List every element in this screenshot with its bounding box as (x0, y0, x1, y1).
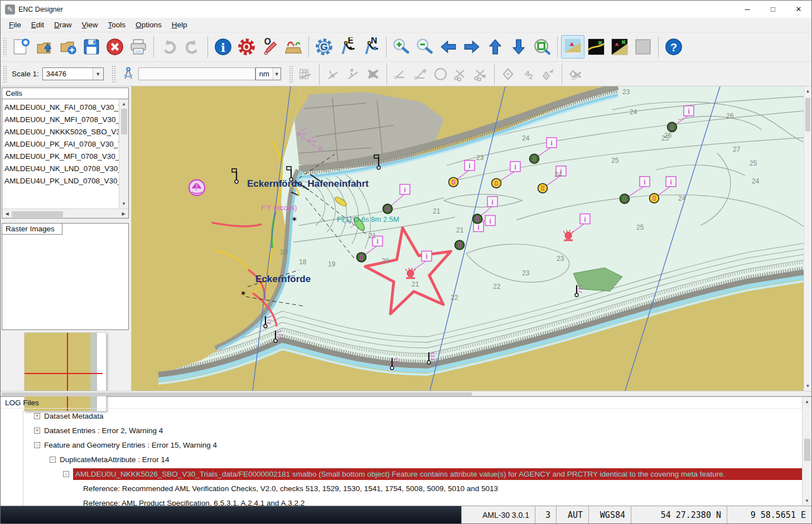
close-button[interactable]: ✕ (786, 1, 811, 18)
print-button[interactable] (127, 35, 150, 59)
cell-item[interactable]: AMLDEU4U_PK_LND_0708_V30_Trial (3, 174, 119, 187)
info-box-icon[interactable]: i (684, 106, 694, 116)
cell-item[interactable]: AMLDEU4U_NK_LND_0708_V30_Trial (3, 162, 119, 174)
log-error-row[interactable]: -AMLDEU0U_NKKK5026_SBO_V30_Trials_data/F… (1, 467, 802, 481)
scale-combobox[interactable]: 34476 ▼ (42, 67, 104, 80)
green-buoy-icon[interactable] (383, 204, 393, 214)
scroll-down-icon[interactable]: ▼ (803, 381, 812, 391)
vertex-move2-button[interactable] (343, 65, 363, 84)
menu-tools[interactable]: Tools (103, 19, 131, 31)
info-box-icon[interactable]: i (487, 197, 497, 207)
info-box-icon[interactable]: i (510, 162, 520, 172)
maximize-button[interactable]: □ (760, 1, 786, 18)
pan-left-button[interactable] (437, 35, 460, 59)
scroll-right-icon[interactable]: ▶ (119, 209, 128, 219)
distance-field[interactable] (138, 67, 255, 80)
log-horizontal-scrollbar[interactable] (1, 391, 811, 396)
log-vertical-scrollbar[interactable]: ▲ ▼ (802, 397, 811, 506)
scroll-down-icon[interactable]: ▼ (119, 199, 129, 208)
unit-combobox[interactable]: nm ▼ (255, 67, 281, 80)
nautical-chart[interactable]: iiiiiiiiiiiiii✶✶ 23242526272524252423212… (132, 86, 804, 391)
log-tree-row[interactable]: Reference: Recommended AML Verification … (1, 481, 802, 496)
view-dark-button[interactable] (584, 35, 608, 59)
edge-e-button[interactable]: E (336, 35, 359, 59)
scroll-up-icon[interactable]: ▲ (803, 397, 812, 406)
cut-button[interactable] (451, 65, 471, 84)
menu-edit[interactable]: Edit (26, 19, 49, 31)
chevron-down-icon[interactable]: ▼ (273, 68, 281, 80)
menu-view[interactable]: View (77, 19, 103, 31)
marina-icon[interactable] (189, 180, 205, 196)
menu-file[interactable]: File (4, 19, 26, 31)
expand-icon[interactable]: + (34, 413, 40, 419)
light-star-icon[interactable]: ✶ (291, 215, 298, 224)
view-mixed-button[interactable] (608, 35, 631, 59)
expand-icon[interactable]: + (34, 428, 40, 434)
settings-o-button[interactable]: O (235, 35, 258, 59)
open-folder-button[interactable] (33, 35, 56, 59)
info-box-icon[interactable]: i (666, 177, 676, 187)
pan-down-button[interactable] (507, 35, 530, 59)
info-box-icon[interactable]: i (640, 177, 650, 187)
raster-images-tab[interactable]: Raster Images (2, 224, 62, 235)
vertex-move-button[interactable] (323, 65, 343, 84)
toolbar-grip[interactable] (3, 65, 7, 82)
export-box-button[interactable] (282, 35, 305, 59)
info-box-icon[interactable]: i (400, 185, 410, 195)
minimize-button[interactable]: ─ (734, 1, 760, 18)
new-file-button[interactable] (9, 35, 33, 59)
log-tree-row[interactable]: -DuplicateMetaAttribute : Error 14 (1, 452, 802, 467)
collapse-icon[interactable]: - (50, 457, 56, 463)
light-star-icon[interactable]: ✶ (240, 289, 246, 298)
pan-up-button[interactable] (484, 35, 507, 59)
ellipse-tool-button[interactable] (431, 65, 451, 84)
help-button[interactable]: ? (662, 35, 685, 59)
info-box-icon[interactable]: i (547, 138, 557, 148)
green-buoy-icon[interactable] (530, 154, 539, 163)
chevron-down-icon[interactable]: ▼ (93, 68, 103, 80)
info-box-icon[interactable]: i (580, 214, 590, 224)
diamond-button[interactable] (498, 65, 518, 84)
draw-o-button[interactable]: O (258, 35, 282, 59)
zoom-in-button[interactable] (390, 35, 413, 59)
info-box-icon[interactable]: i (465, 161, 475, 171)
green-buoy-icon[interactable] (455, 240, 465, 250)
scroll-up-icon[interactable]: ▲ (803, 86, 812, 96)
view-plain-button[interactable] (631, 35, 655, 59)
close-file-button[interactable] (103, 35, 127, 59)
green-buoy-icon[interactable] (357, 253, 366, 262)
yellow-buoy-icon[interactable] (538, 183, 548, 193)
log-tree-row[interactable]: Reference: AML Product Specification, 6.… (1, 496, 802, 506)
cell-item[interactable]: AMLDEU0U_NKKK5026_SBO_V30_Tri (3, 125, 119, 138)
cell-item[interactable]: AMLDEU0U_NK_MFI_0708_V30_Trials (3, 113, 119, 125)
log-tree-row[interactable]: -Feature and Geometry Entries : Error 15… (1, 438, 802, 452)
four-two-button[interactable]: 42 (518, 65, 538, 84)
collapse-icon[interactable]: - (63, 471, 69, 477)
zoom-out-button[interactable] (413, 35, 437, 59)
scroll-up-icon[interactable]: ▲ (119, 99, 129, 109)
log-tree-row[interactable]: +Dataset Metadata (1, 409, 802, 423)
obj-delete-button[interactable] (363, 65, 383, 84)
cells-horizontal-scrollbar[interactable]: ◀ ▶ (2, 208, 128, 218)
undo-button[interactable] (157, 35, 181, 59)
info-box-icon[interactable]: i (485, 216, 495, 226)
info-button[interactable]: i (211, 35, 235, 59)
view-chart-button[interactable] (561, 35, 584, 59)
redo-button[interactable] (181, 35, 204, 59)
diamond-arrow-button[interactable] (538, 65, 558, 84)
info-box-icon[interactable]: i (422, 251, 432, 261)
zoom-fit-button[interactable] (530, 35, 554, 59)
yellow-buoy-icon[interactable] (492, 178, 501, 188)
save-button[interactable] (80, 35, 103, 59)
angle-button[interactable] (390, 65, 410, 84)
menu-options[interactable]: Options (130, 19, 167, 31)
scroll-left-icon[interactable]: ◀ (2, 209, 12, 219)
scroll-down-icon[interactable]: ▼ (803, 496, 812, 506)
cell-item[interactable]: AMLDEU0U_PK_FAI_0708_V30_Trials (3, 138, 119, 150)
yellow-buoy-icon[interactable] (650, 193, 659, 203)
map-vertical-scrollbar[interactable]: ▲ ▼ (804, 86, 811, 391)
raster-images-list[interactable] (2, 235, 128, 329)
cell-item[interactable]: AMLDEU0U_PK_MFI_0708_V30_Trials (3, 150, 119, 162)
menu-draw[interactable]: Draw (49, 19, 77, 31)
settings-g-button[interactable]: G (312, 35, 336, 59)
